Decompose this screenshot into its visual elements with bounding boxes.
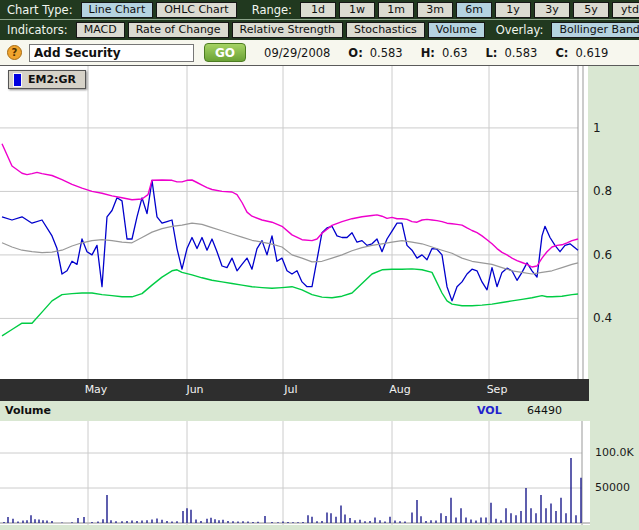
range-6m-button[interactable]: 6m xyxy=(456,2,492,18)
indicator-volume-button[interactable]: Volume xyxy=(428,22,485,38)
chart-type-label: Chart Type: xyxy=(7,3,73,17)
range-1m-button[interactable]: 1m xyxy=(378,2,414,18)
x-axis-label-may: May xyxy=(74,383,118,396)
security-row: ? GO 09/29/2008 O:0.583 H:0.63 L:0.583 C… xyxy=(0,40,639,66)
x-axis-label-jun: Jun xyxy=(173,383,217,396)
go-button[interactable]: GO xyxy=(204,43,246,62)
range-1d-button[interactable]: 1d xyxy=(300,2,336,18)
price-chart-svg[interactable] xyxy=(0,66,588,379)
overlay-button-group: Bollinger Bands xyxy=(551,22,639,38)
volume-header: Volume VOL 64490 xyxy=(0,401,639,421)
add-security-input[interactable] xyxy=(29,44,194,62)
price-ytick-0: 1 xyxy=(593,121,601,135)
quote-high: H:0.63 xyxy=(421,46,468,60)
price-chart-region: EM2:GR 10.80.60.4 xyxy=(0,66,639,379)
security-legend: EM2:GR xyxy=(8,70,86,89)
indicator-stochastics-button[interactable]: Stochastics xyxy=(346,22,425,38)
chart-type-ohlc-button[interactable]: OHLC Chart xyxy=(156,2,236,18)
indicator-button-group: MACDRate of ChangeRelative StrengthStoch… xyxy=(76,22,485,38)
quote-low: L:0.583 xyxy=(486,46,538,60)
price-ytick-3: 0.4 xyxy=(593,311,612,325)
vol-last-value: 64490 xyxy=(527,404,562,417)
range-ytd-button[interactable]: ytd xyxy=(612,2,639,18)
indicator-relative-strength-button[interactable]: Relative Strength xyxy=(232,22,343,38)
range-3y-button[interactable]: 3y xyxy=(534,2,570,18)
quote-close: C:0.619 xyxy=(555,46,608,60)
volume-chart-svg[interactable] xyxy=(0,421,590,525)
range-button-group: 1d1w1m3m6m1y3y5yytd xyxy=(300,2,639,18)
x-axis-label-aug: Aug xyxy=(378,383,422,396)
x-axis-label-jul: Jul xyxy=(269,383,313,396)
overlay-bollinger-bands-button[interactable]: Bollinger Bands xyxy=(551,22,639,38)
volume-ytick-0: 100.0K xyxy=(595,446,635,459)
price-ytick-1: 0.8 xyxy=(593,184,612,198)
x-axis-label-sep: Sep xyxy=(475,383,519,396)
volume-chart-region: 100.0K50000 xyxy=(0,421,639,530)
legend-symbol: EM2:GR xyxy=(28,73,76,86)
overlay-label: Overlay: xyxy=(496,23,544,37)
indicators-label: Indicators: xyxy=(7,23,68,37)
indicator-rate-of-change-button[interactable]: Rate of Change xyxy=(128,22,229,38)
volume-title: Volume xyxy=(5,404,51,417)
chart-type-line-button[interactable]: Line Chart xyxy=(81,2,154,18)
legend-color-swatch xyxy=(13,73,22,87)
quote-readout: 09/29/2008 O:0.583 H:0.63 L:0.583 C:0.61… xyxy=(264,46,608,60)
range-3m-button[interactable]: 3m xyxy=(417,2,453,18)
range-1w-button[interactable]: 1w xyxy=(339,2,375,18)
price-ytick-2: 0.6 xyxy=(593,248,612,262)
chart-type-button-group: Line ChartOHLC Chart xyxy=(81,2,237,18)
help-icon[interactable]: ? xyxy=(7,45,22,60)
indicator-macd-button[interactable]: MACD xyxy=(76,22,125,38)
x-axis-bar: MayJunJulAugSep xyxy=(0,379,639,401)
range-1y-button[interactable]: 1y xyxy=(495,2,531,18)
range-5y-button[interactable]: 5y xyxy=(573,2,609,18)
range-label: Range: xyxy=(252,3,292,17)
quote-open: O:0.583 xyxy=(348,46,402,60)
volume-ytick-1: 50000 xyxy=(595,481,635,494)
indicators-toolbar: Indicators: MACDRate of ChangeRelative S… xyxy=(0,20,639,40)
chart-type-toolbar: Chart Type: Line ChartOHLC Chart Range: … xyxy=(0,0,639,20)
quote-date: 09/29/2008 xyxy=(264,46,330,60)
vol-legend-label: VOL xyxy=(477,404,502,417)
